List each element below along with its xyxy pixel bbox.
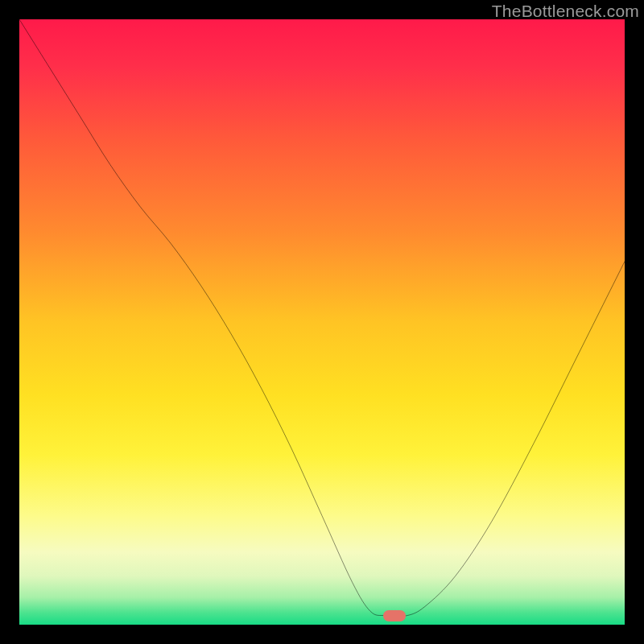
bottleneck-curve — [19, 19, 625, 625]
optimal-marker — [383, 610, 406, 621]
chart-frame: TheBottleneck.com — [0, 0, 644, 644]
plot-area — [19, 19, 625, 625]
watermark-text: TheBottleneck.com — [492, 2, 639, 21]
